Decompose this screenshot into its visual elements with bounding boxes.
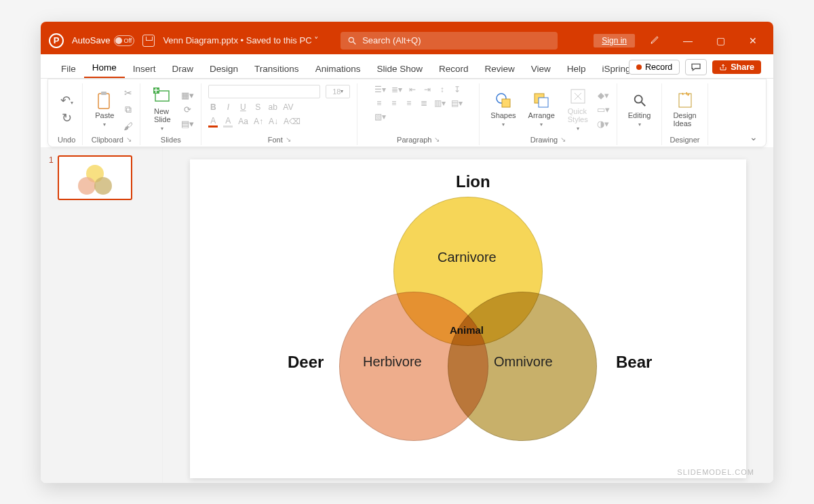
tab-view[interactable]: View <box>523 58 559 78</box>
tab-draw[interactable]: Draw <box>164 58 202 78</box>
font-launcher[interactable]: ↘ <box>286 136 291 143</box>
autosave-toggle[interactable]: AutoSave Off <box>72 35 134 46</box>
tab-animations[interactable]: Animations <box>307 58 369 78</box>
venn-title-bear[interactable]: Bear <box>616 353 652 372</box>
slide-canvas[interactable]: Lion Deer Bear Carnivore Herbivore Omniv… <box>190 159 746 478</box>
accent-strip <box>41 22 773 27</box>
group-label-drawing: Drawing <box>530 136 558 144</box>
cut-button[interactable]: ✂ <box>124 88 132 98</box>
venn-label-carnivore[interactable]: Carnivore <box>438 250 497 265</box>
group-label-slides: Slides <box>161 134 181 144</box>
tab-file[interactable]: File <box>53 58 84 78</box>
thumbnail-slide-1[interactable]: 1 <box>49 155 154 200</box>
highlight-button[interactable]: A <box>223 116 233 128</box>
find-icon <box>632 93 647 108</box>
change-case-button[interactable]: Aa <box>238 117 248 126</box>
copy-button[interactable]: ⧉ <box>125 104 132 115</box>
tab-review[interactable]: Review <box>477 58 523 78</box>
line-spacing-button[interactable]: ↕ <box>438 85 447 94</box>
shapes-button[interactable]: Shapes▾ <box>486 89 520 130</box>
tab-help[interactable]: Help <box>559 58 594 78</box>
group-label-font: Font <box>268 136 283 144</box>
maximize-button[interactable]: ▢ <box>708 35 733 46</box>
font-color-button[interactable]: A <box>208 116 218 128</box>
pen-mode-button[interactable] <box>643 34 667 47</box>
editing-button[interactable]: Editing▾ <box>624 89 655 130</box>
shrink-font-button[interactable]: A↓ <box>269 117 278 126</box>
tab-insert[interactable]: Insert <box>125 58 164 78</box>
reset-button[interactable]: ⟳ <box>184 104 191 115</box>
font-size-dropdown[interactable]: 18▾ <box>326 85 350 98</box>
layout-button[interactable]: ▦▾ <box>181 90 194 100</box>
toggle-track: Off <box>114 35 134 46</box>
group-label-designer: Designer <box>670 134 700 144</box>
text-direction-button[interactable]: ↧ <box>452 85 462 94</box>
italic-button[interactable]: I <box>223 102 233 112</box>
comments-button[interactable] <box>685 59 707 75</box>
share-button[interactable]: Share <box>712 60 761 74</box>
convert-smartart-button[interactable]: ▧▾ <box>374 112 386 121</box>
grow-font-button[interactable]: A↑ <box>254 117 263 126</box>
tab-transitions[interactable]: Transitions <box>246 58 307 78</box>
group-font: 18▾ B I U S ab AV A A Aa A↑ A↓ A⌫ <box>201 83 357 145</box>
svg-point-11 <box>634 95 642 102</box>
watermark: SLIDEMODEL.COM <box>677 468 754 476</box>
slide-stage[interactable]: Lion Deer Bear Carnivore Herbivore Omniv… <box>163 147 773 483</box>
venn-label-herbivore[interactable]: Herbivore <box>363 354 422 370</box>
thumbnail-panel[interactable]: 1 <box>41 147 163 483</box>
powerpoint-window: P AutoSave Off Venn Diagram.pptx • Saved… <box>41 22 773 483</box>
search-input[interactable]: Search (Alt+Q) <box>341 32 558 50</box>
sign-in-button[interactable]: Sign in <box>594 34 635 47</box>
align-left-button[interactable]: ≡ <box>374 98 384 108</box>
shape-fill-button[interactable]: ◆▾ <box>598 90 609 100</box>
underline-button[interactable]: U <box>238 102 248 112</box>
bullets-button[interactable]: ☰▾ <box>374 85 386 94</box>
tab-slideshow[interactable]: Slide Show <box>368 58 431 78</box>
shape-effects-button[interactable]: ◑▾ <box>597 119 609 129</box>
tab-record[interactable]: Record <box>431 58 477 78</box>
align-right-button[interactable]: ≡ <box>404 98 414 108</box>
arrange-button[interactable]: Arrange▾ <box>524 89 559 130</box>
group-designer: Design Ideas Designer <box>662 83 708 145</box>
redo-button[interactable]: ↻ <box>62 111 72 125</box>
drawing-launcher[interactable]: ↘ <box>560 136 566 143</box>
svg-rect-9 <box>539 98 548 107</box>
strikethrough-button[interactable]: ab <box>268 102 277 112</box>
quick-styles-button[interactable]: Quick Styles▾ <box>563 85 593 134</box>
clipboard-launcher[interactable]: ↘ <box>126 136 132 143</box>
shadow-button[interactable]: S <box>253 102 263 112</box>
venn-label-omnivore[interactable]: Omnivore <box>494 354 553 370</box>
format-painter-button[interactable]: 🖌 <box>123 121 133 132</box>
undo-button[interactable]: ↶▾ <box>60 93 73 108</box>
venn-label-animal[interactable]: Animal <box>450 324 484 336</box>
increase-indent-button[interactable]: ⇥ <box>423 85 432 94</box>
minimize-button[interactable]: — <box>676 35 700 46</box>
decrease-indent-button[interactable]: ⇤ <box>408 85 417 94</box>
justify-button[interactable]: ≣ <box>419 98 429 108</box>
paragraph-launcher[interactable]: ↘ <box>434 136 440 143</box>
section-button[interactable]: ▤▾ <box>181 119 194 129</box>
columns-button[interactable]: ▥▾ <box>434 98 446 108</box>
numbering-button[interactable]: ≣▾ <box>391 85 402 94</box>
shape-outline-button[interactable]: ▭▾ <box>597 104 610 115</box>
font-family-dropdown[interactable] <box>208 85 320 98</box>
new-slide-button[interactable]: New Slide▾ <box>147 85 177 134</box>
save-icon[interactable] <box>142 35 155 47</box>
venn-title-deer[interactable]: Deer <box>288 353 324 372</box>
record-button[interactable]: Record <box>629 60 680 75</box>
venn-title-lion[interactable]: Lion <box>456 172 490 191</box>
align-text-button[interactable]: ▤▾ <box>451 98 463 108</box>
tab-design[interactable]: Design <box>201 58 246 78</box>
character-spacing-button[interactable]: AV <box>283 102 293 112</box>
align-center-button[interactable]: ≡ <box>389 98 399 108</box>
document-title[interactable]: Venn Diagram.pptx • Saved to this PC ˅ <box>163 35 319 45</box>
svg-line-1 <box>353 41 356 44</box>
group-paragraph: ☰▾ ≣▾ ⇤ ⇥ ↕ ↧ ≡ ≡ ≡ ≣ ▥▾ ▤▾ ▧▾ <box>357 83 480 145</box>
close-button[interactable]: ✕ <box>741 35 765 46</box>
collapse-ribbon-button[interactable]: ⌄ <box>750 132 758 142</box>
bold-button[interactable]: B <box>208 102 218 112</box>
paste-button[interactable]: Paste▾ <box>90 89 119 130</box>
tab-home[interactable]: Home <box>84 57 125 78</box>
clear-formatting-button[interactable]: A⌫ <box>284 117 301 126</box>
design-ideas-button[interactable]: Design Ideas <box>669 89 700 130</box>
